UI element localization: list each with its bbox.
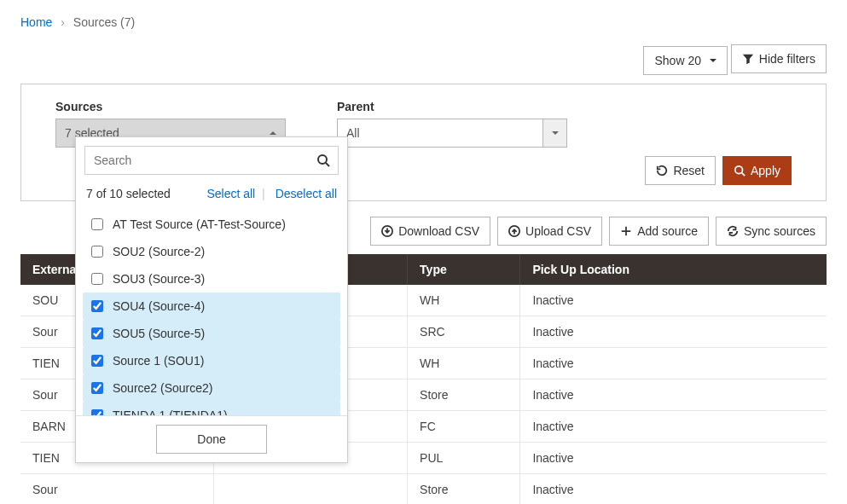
dropdown-option-checkbox[interactable] — [91, 246, 103, 258]
dropdown-option[interactable]: TIENDA 1 (TIENDA1) — [83, 402, 340, 415]
svg-point-0 — [735, 166, 743, 174]
breadcrumb: Home › Sources (7) — [20, 15, 827, 29]
dropdown-option-label: Source2 (Source2) — [113, 381, 213, 395]
dropdown-option[interactable]: Source2 (Source2) — [83, 374, 340, 402]
table-cell-pickup: Inactive — [520, 379, 827, 411]
dropdown-done-button[interactable]: Done — [156, 425, 267, 454]
caret-up-icon — [270, 128, 276, 135]
sync-sources-label: Sync sources — [744, 224, 815, 238]
parent-filter-label: Parent — [337, 100, 567, 113]
apply-label: Apply — [751, 164, 780, 177]
hide-filters-label: Hide filters — [759, 52, 815, 66]
table-cell-type: Store — [408, 474, 520, 505]
dropdown-selected-count: 7 of 10 selected — [86, 187, 171, 200]
add-source-button[interactable]: Add source — [609, 217, 709, 246]
table-row[interactable]: SourStoreInactive — [20, 474, 827, 505]
table-cell-pickup: Inactive — [520, 411, 827, 443]
table-cell-type: SRC — [408, 316, 520, 348]
table-cell-type: Store — [408, 379, 520, 411]
dropdown-option-label: SOU5 (Source-5) — [113, 327, 205, 340]
dropdown-option-checkbox[interactable] — [91, 273, 103, 285]
dropdown-option-label: SOU4 (Source-4) — [113, 299, 205, 313]
dropdown-option[interactable]: SOU4 (Source-4) — [83, 293, 340, 320]
table-cell-pickup: Inactive — [520, 348, 827, 379]
table-cell-type: PUL — [408, 443, 520, 474]
sources-multiselect-dropdown: 7 of 10 selected Select all | Deselect a… — [75, 136, 348, 463]
divider: | — [258, 187, 269, 200]
dropdown-option-checkbox[interactable] — [91, 382, 103, 394]
dropdown-select-all-link[interactable]: Select all — [206, 187, 255, 200]
add-source-label: Add source — [637, 224, 698, 238]
dropdown-deselect-all-link[interactable]: Deselect all — [276, 187, 337, 200]
table-cell-ext: Sour — [20, 474, 214, 505]
svg-point-3 — [318, 155, 327, 164]
table-cell-pickup: Inactive — [520, 285, 827, 316]
table-cell-pickup: Inactive — [520, 316, 827, 348]
dropdown-option-label: Source 1 (SOU1) — [113, 354, 204, 368]
sync-icon — [727, 225, 739, 237]
dropdown-option-label: AT Test Source (AT-Test-Source) — [113, 217, 286, 231]
download-csv-label: Download CSV — [398, 224, 479, 238]
plus-icon — [620, 225, 632, 237]
chevron-right-icon: › — [55, 15, 70, 29]
upload-csv-label: Upload CSV — [525, 224, 591, 238]
caret-down-icon — [710, 59, 716, 66]
table-cell-pickup: Inactive — [520, 474, 827, 505]
dropdown-search-box — [84, 146, 339, 175]
sync-sources-button[interactable]: Sync sources — [716, 217, 827, 246]
apply-button[interactable]: Apply — [722, 156, 792, 185]
breadcrumb-home-link[interactable]: Home — [20, 15, 52, 29]
dropdown-option[interactable]: Source 1 (SOU1) — [83, 347, 340, 374]
show-count-label: Show 20 — [654, 54, 700, 67]
dropdown-option-checkbox[interactable] — [91, 355, 103, 367]
dropdown-option-checkbox[interactable] — [91, 409, 103, 415]
show-count-dropdown[interactable]: Show 20 — [643, 46, 727, 75]
dropdown-option-label: SOU2 (Source-2) — [113, 245, 205, 258]
reset-button[interactable]: Reset — [645, 156, 716, 185]
reset-icon — [656, 165, 668, 177]
table-cell-pickup: Inactive — [520, 443, 827, 474]
dropdown-search-input[interactable] — [85, 154, 309, 167]
dropdown-option-checkbox[interactable] — [91, 327, 103, 339]
parent-select[interactable]: All — [337, 119, 567, 148]
upload-icon — [508, 225, 520, 237]
sources-filter-label: Sources — [55, 100, 286, 113]
download-icon — [381, 225, 393, 237]
reset-label: Reset — [673, 164, 705, 177]
dropdown-done-label: Done — [197, 432, 225, 446]
dropdown-option[interactable]: SOU5 (Source-5) — [83, 320, 340, 347]
dropdown-option-label: TIENDA 1 (TIENDA1) — [113, 408, 228, 415]
upload-csv-button[interactable]: Upload CSV — [497, 217, 602, 246]
table-cell-type: WH — [408, 348, 520, 379]
breadcrumb-current: Sources (7) — [73, 15, 135, 29]
table-cell-name — [214, 474, 408, 505]
filter-icon — [742, 53, 754, 65]
hide-filters-button[interactable]: Hide filters — [731, 44, 827, 73]
table-cell-type: FC — [408, 411, 520, 443]
parent-select-arrow — [542, 119, 566, 147]
caret-down-icon — [552, 131, 559, 138]
dropdown-option[interactable]: SOU2 (Source-2) — [83, 238, 340, 265]
dropdown-option[interactable]: AT Test Source (AT-Test-Source) — [83, 211, 340, 238]
dropdown-option-checkbox[interactable] — [91, 300, 103, 312]
table-header-type[interactable]: Type — [408, 254, 520, 285]
table-cell-type: WH — [408, 285, 520, 316]
search-icon — [734, 165, 745, 177]
dropdown-option-checkbox[interactable] — [91, 218, 103, 230]
search-icon[interactable] — [309, 154, 338, 167]
download-csv-button[interactable]: Download CSV — [370, 217, 490, 246]
parent-select-value: All — [338, 119, 542, 147]
dropdown-option[interactable]: SOU3 (Source-3) — [83, 265, 340, 293]
dropdown-option-label: SOU3 (Source-3) — [113, 272, 205, 286]
table-header-pickup[interactable]: Pick Up Location — [520, 254, 827, 285]
